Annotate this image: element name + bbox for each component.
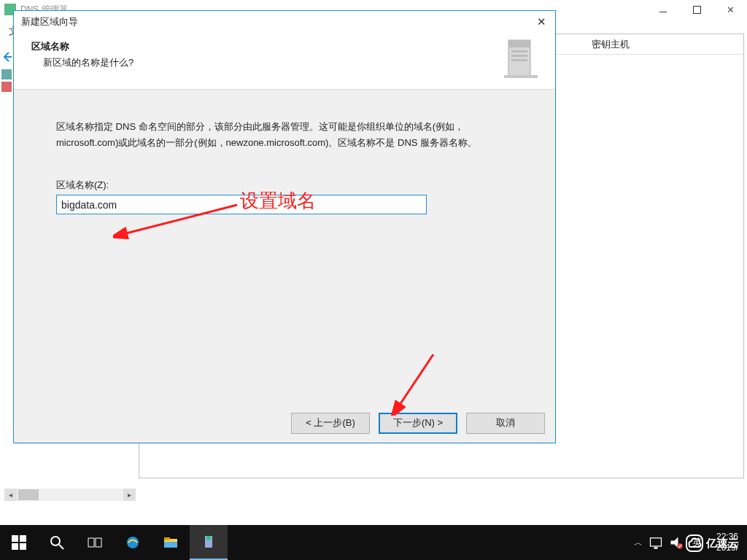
volume-icon[interactable] [669, 535, 684, 550]
ie-icon[interactable] [114, 525, 152, 560]
svg-rect-22 [650, 538, 661, 546]
dialog-subheading: 新区域的名称是什么? [43, 56, 542, 69]
tray-overflow-icon[interactable]: ︿ [634, 537, 643, 549]
column-header[interactable]: 密钥主机 [592, 38, 630, 51]
svg-rect-19 [164, 542, 177, 548]
svg-rect-23 [654, 547, 657, 549]
svg-rect-18 [164, 537, 170, 540]
horizontal-scrollbar[interactable]: ◂ ▸ [4, 489, 136, 501]
maximize-button[interactable] [680, 0, 713, 19]
server-icon [504, 39, 538, 79]
svg-point-12 [51, 537, 60, 545]
svg-line-13 [59, 545, 63, 549]
svg-rect-14 [88, 538, 94, 547]
next-button[interactable]: 下一步(N) > [379, 413, 457, 434]
back-arrow-icon[interactable] [1, 51, 13, 63]
dns-manager-taskbar-icon[interactable] [190, 525, 228, 560]
search-icon[interactable] [38, 525, 76, 560]
svg-rect-11 [20, 543, 26, 550]
dialog-button-row: < 上一步(B) 下一步(N) > 取消 [14, 403, 555, 443]
svg-rect-3 [511, 55, 527, 57]
svg-rect-10 [12, 543, 18, 550]
system-tray: ︿ 英 22:36 2019/ 亿速云 [634, 525, 747, 560]
tree-icon[interactable] [1, 69, 12, 79]
cancel-button[interactable]: 取消 [466, 413, 545, 434]
dialog-description: 区域名称指定 DNS 命名空间的部分，该部分由此服务器管理。这可能是你组织单位的… [56, 119, 501, 151]
new-zone-wizard-dialog: 新建区域向导 ✕ 区域名称 新区域的名称是什么? 区域名称指定 DNS 命名空间… [13, 10, 556, 443]
scroll-thumb[interactable] [18, 489, 39, 500]
svg-rect-1 [508, 40, 530, 47]
tree-icon[interactable] [1, 82, 12, 92]
network-icon[interactable] [649, 535, 663, 550]
close-button[interactable] [713, 0, 747, 19]
svg-rect-8 [12, 535, 18, 542]
watermark-text: 亿速云 [706, 537, 739, 551]
dialog-body: 区域名称指定 DNS 命名空间的部分，该部分由此服务器管理。这可能是你组织单位的… [14, 90, 555, 405]
watermark: 亿速云 [686, 532, 744, 554]
file-explorer-icon[interactable] [152, 525, 190, 560]
dialog-titlebar: 新建区域向导 ✕ [14, 11, 555, 33]
dialog-header: 区域名称 新区域的名称是什么? [14, 33, 555, 90]
svg-point-21 [206, 536, 211, 540]
window-controls [646, 0, 747, 19]
dialog-heading: 区域名称 [31, 40, 542, 53]
back-button[interactable]: < 上一步(B) [291, 413, 370, 434]
scroll-right-icon[interactable]: ▸ [123, 489, 136, 501]
svg-rect-2 [511, 50, 527, 52]
dialog-close-icon[interactable]: ✕ [535, 15, 548, 28]
svg-rect-5 [504, 75, 538, 78]
watermark-logo-icon [686, 534, 703, 552]
dialog-title: 新建区域向导 [21, 15, 78, 28]
start-button[interactable] [0, 525, 38, 560]
minimize-button[interactable] [646, 0, 680, 19]
svg-marker-24 [670, 537, 678, 548]
svg-rect-15 [96, 538, 101, 547]
taskbar: ︿ 英 22:36 2019/ 亿速云 [0, 525, 747, 560]
svg-rect-4 [511, 59, 527, 61]
scroll-left-icon[interactable]: ◂ [4, 489, 17, 501]
svg-rect-9 [20, 535, 26, 542]
task-view-icon[interactable] [76, 525, 114, 560]
annotation-label: 设置域名 [240, 188, 316, 214]
